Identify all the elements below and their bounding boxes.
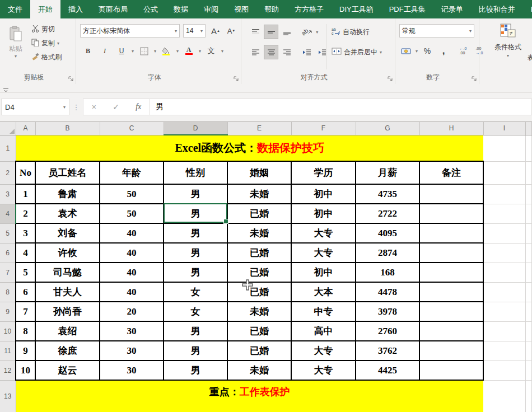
- tab-compare-merge[interactable]: 比较和合并: [471, 0, 523, 18]
- cell[interactable]: [419, 360, 483, 380]
- name-box[interactable]: D4 ▾: [1, 99, 69, 115]
- column-header-c[interactable]: C: [100, 122, 164, 135]
- cell[interactable]: 司马懿: [35, 263, 100, 282]
- cell[interactable]: 50: [100, 204, 164, 223]
- cell[interactable]: 2760: [356, 321, 419, 341]
- orientation-button[interactable]: ab: [300, 25, 314, 39]
- tab-home[interactable]: 开始: [30, 0, 60, 18]
- cell[interactable]: 大专: [291, 341, 356, 360]
- cell[interactable]: 男: [164, 263, 227, 282]
- cell[interactable]: 未婚: [227, 360, 291, 380]
- row-header-10[interactable]: 10: [0, 321, 16, 341]
- cell[interactable]: 初中: [291, 184, 356, 204]
- cell[interactable]: [483, 341, 525, 360]
- row-header-3[interactable]: 3: [0, 184, 16, 204]
- tab-data[interactable]: 数据: [166, 0, 196, 18]
- selected-cell[interactable]: 男: [164, 204, 227, 223]
- cell[interactable]: 大专: [291, 360, 356, 380]
- font-name-combo[interactable]: 方正小标宋简体 ▾: [80, 24, 180, 38]
- cell[interactable]: 高中: [291, 321, 356, 341]
- column-header-d[interactable]: D: [164, 122, 227, 135]
- cell[interactable]: [419, 204, 483, 223]
- decrease-font-size-button[interactable]: A▼: [225, 24, 238, 38]
- cell[interactable]: 鲁肃: [35, 184, 100, 204]
- cell[interactable]: 5: [16, 263, 35, 282]
- cell[interactable]: 男: [164, 321, 227, 341]
- row-header-6[interactable]: 6: [0, 243, 16, 263]
- cell[interactable]: 40: [100, 243, 164, 263]
- cell[interactable]: [419, 263, 483, 282]
- cell[interactable]: 年龄: [100, 161, 164, 184]
- align-center-button[interactable]: [264, 45, 278, 59]
- cell[interactable]: 已婚: [227, 321, 291, 341]
- column-header-g[interactable]: G: [356, 122, 419, 135]
- cell[interactable]: 刘备: [35, 223, 100, 243]
- align-middle-button[interactable]: [264, 25, 278, 39]
- copy-button[interactable]: 复制 ▾: [31, 37, 62, 49]
- cell[interactable]: 袁术: [35, 204, 100, 223]
- cell[interactable]: 3762: [356, 341, 419, 360]
- cell[interactable]: [419, 184, 483, 204]
- cell[interactable]: [419, 282, 483, 302]
- tab-help[interactable]: 帮助: [256, 0, 287, 18]
- tab-ffcell[interactable]: 方方格子: [287, 0, 332, 18]
- conditional-formatting-button[interactable]: ≠ 条件格式 ▾: [494, 23, 521, 58]
- formula-input[interactable]: 男: [150, 99, 532, 115]
- cell[interactable]: 已婚: [227, 341, 291, 360]
- tab-view[interactable]: 视图: [226, 0, 256, 18]
- decrease-indent-button[interactable]: [300, 45, 314, 59]
- cell[interactable]: 30: [100, 341, 164, 360]
- cell[interactable]: 初中: [291, 263, 356, 282]
- cell[interactable]: 7: [16, 302, 35, 321]
- fill-color-button[interactable]: [160, 44, 173, 58]
- number-format-combo[interactable]: 常规 ▾: [399, 24, 474, 38]
- cell[interactable]: [483, 282, 525, 302]
- cell[interactable]: 30: [100, 321, 164, 341]
- cell[interactable]: 已婚: [227, 243, 291, 263]
- row-header-12[interactable]: 12: [0, 360, 16, 380]
- cell[interactable]: 4478: [356, 282, 419, 302]
- title-banner-cell[interactable]: Excel函数公式：数据保护技巧: [16, 135, 483, 161]
- cell[interactable]: 男: [164, 341, 227, 360]
- tab-pdf-tools[interactable]: PDF工具集: [381, 0, 433, 18]
- cell[interactable]: 男: [164, 223, 227, 243]
- cell[interactable]: 40: [100, 223, 164, 243]
- cell[interactable]: 40: [100, 282, 164, 302]
- cell[interactable]: 备注: [419, 161, 483, 184]
- cell[interactable]: 赵云: [35, 360, 100, 380]
- footer-banner-cell[interactable]: 重点：工作表保护: [16, 380, 483, 412]
- cell[interactable]: 4735: [356, 184, 419, 204]
- font-color-button[interactable]: A: [182, 44, 195, 58]
- clipboard-dialog-launcher-icon[interactable]: [68, 76, 74, 81]
- select-all-corner[interactable]: [0, 122, 16, 135]
- increase-indent-button[interactable]: [316, 45, 329, 59]
- cell[interactable]: [419, 243, 483, 263]
- cell[interactable]: [483, 204, 525, 223]
- cell[interactable]: 初中: [291, 204, 356, 223]
- cell[interactable]: 已婚: [227, 263, 291, 282]
- cell[interactable]: [419, 302, 483, 321]
- row-header-5[interactable]: 5: [0, 223, 16, 243]
- cell[interactable]: 员工姓名: [35, 161, 100, 184]
- tab-record-form[interactable]: 记录单: [433, 0, 471, 18]
- cell[interactable]: [483, 360, 525, 380]
- cell[interactable]: 未婚: [227, 223, 291, 243]
- cell[interactable]: [483, 380, 525, 412]
- column-header-f[interactable]: F: [291, 122, 356, 135]
- cell[interactable]: 许攸: [35, 243, 100, 263]
- tab-power-pivot[interactable]: Power Pivot: [523, 0, 532, 18]
- align-top-button[interactable]: [249, 25, 262, 39]
- row-header-11[interactable]: 11: [0, 341, 16, 360]
- alignment-dialog-launcher-icon[interactable]: [388, 76, 393, 81]
- tab-file[interactable]: 文件: [0, 0, 30, 18]
- align-left-button[interactable]: [249, 45, 262, 59]
- cell[interactable]: 50: [100, 184, 164, 204]
- cancel-icon[interactable]: ×: [92, 102, 96, 111]
- align-right-button[interactable]: [280, 45, 293, 59]
- number-dialog-launcher-icon[interactable]: [472, 76, 477, 81]
- row-header-13[interactable]: 13: [0, 380, 16, 412]
- format-painter-button[interactable]: 格式刷: [31, 51, 62, 63]
- row-header-1[interactable]: 1: [0, 135, 16, 161]
- tab-insert[interactable]: 插入: [60, 0, 91, 18]
- bold-button[interactable]: B: [81, 44, 95, 58]
